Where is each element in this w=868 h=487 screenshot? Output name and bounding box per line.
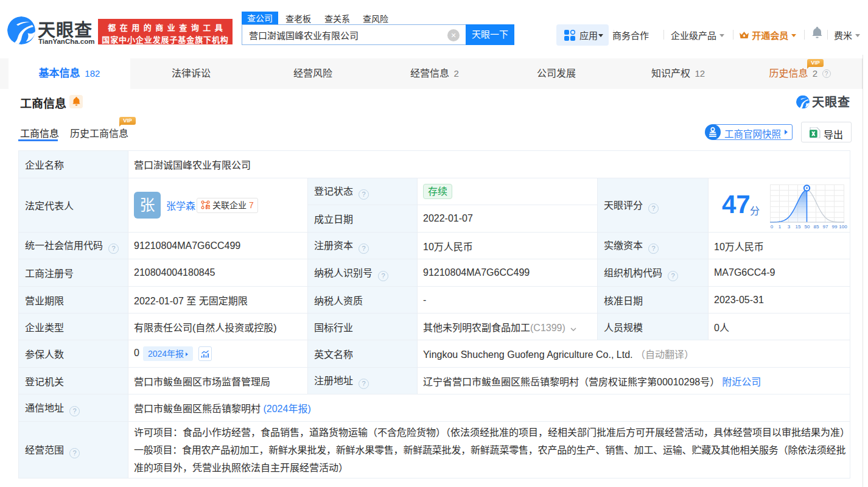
- svg-text:企: 企: [206, 205, 210, 209]
- svg-text:1: 1: [779, 224, 782, 229]
- svg-text:50: 50: [805, 224, 810, 229]
- svg-text:85: 85: [814, 224, 819, 229]
- svg-text:0: 0: [771, 224, 774, 229]
- svg-text:100: 100: [839, 224, 847, 229]
- svg-text:天眼查: 天眼查: [812, 95, 850, 109]
- svg-text:99: 99: [832, 224, 838, 229]
- svg-text:15: 15: [796, 224, 801, 229]
- svg-text:97: 97: [823, 224, 828, 229]
- svg-text:3: 3: [788, 224, 791, 229]
